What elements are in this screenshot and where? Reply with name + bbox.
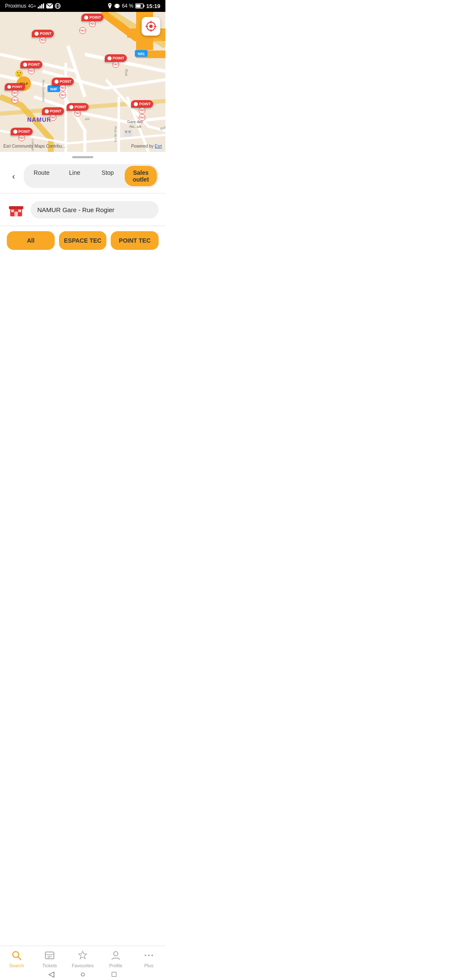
battery-label: 64 % [122, 3, 133, 9]
battery-icon [135, 3, 145, 8]
category-section: All ESPACE TEC POINT TEC [0, 226, 165, 257]
svg-rect-11 [119, 5, 120, 7]
svg-text:Rue: Rue [124, 69, 128, 76]
map-pin-1[interactable]: ⬤ POINT TEC [81, 14, 103, 27]
carrier-label: Proximus [5, 3, 26, 9]
location-input[interactable] [31, 201, 159, 218]
svg-text:Rue de Fe: Rue de Fe [114, 126, 117, 143]
svg-text:arb: arb [85, 117, 90, 121]
svg-rect-0 [38, 7, 39, 8]
mail-icon [46, 3, 53, 8]
map-attribution: Esri Community Maps Contribu... Powered … [0, 144, 165, 148]
svg-point-34 [149, 25, 153, 28]
point-tec-button[interactable]: POINT TEC [111, 231, 159, 250]
network-label: 4G+ [28, 4, 36, 8]
vibrate-icon [114, 3, 120, 9]
shop-svg [8, 201, 25, 218]
status-right: 64 % 15:19 [107, 3, 160, 9]
map-pin-10[interactable]: ⬤ POINT TEC [11, 128, 33, 141]
map-pin-6[interactable]: ⬤ POINT TEC [105, 54, 127, 68]
svg-rect-3 [43, 3, 44, 8]
globe-icon [55, 3, 61, 9]
map-pin-4[interactable]: ⬤ POINT TEC TEC [5, 83, 25, 104]
map-pin-8[interactable]: ⬤ POINT TEC [42, 107, 64, 121]
status-bar: Proximus 4G+ 64 % [0, 0, 165, 12]
map-container[interactable]: Rue Rue Pépin Rue Pépin Rue Godefroid Ru… [0, 12, 165, 152]
back-button[interactable]: ‹ [7, 169, 20, 183]
espace-tec-button[interactable]: ESPACE TEC [59, 231, 107, 250]
svg-rect-2 [41, 4, 42, 8]
face-icon: 🙂 [15, 70, 23, 78]
tab-stop[interactable]: Stop [92, 166, 124, 186]
drag-handle-container[interactable] [0, 152, 165, 161]
svg-rect-41 [14, 212, 18, 216]
svg-rect-10 [114, 5, 115, 7]
svg-text:Au...us: Au...us [129, 124, 142, 129]
my-location-button[interactable] [142, 17, 160, 36]
svg-rect-9 [115, 4, 119, 8]
filter-tabs: ‹ Route Line Stop Sales outlet [0, 161, 165, 193]
svg-text:N91: N91 [138, 52, 145, 56]
map-pin-9[interactable]: ⬤ POINT TEC TEC [131, 100, 153, 121]
time-label: 15:19 [146, 3, 160, 9]
svg-rect-13 [143, 5, 144, 7]
target-icon [145, 21, 156, 32]
shop-icon [7, 200, 25, 219]
svg-rect-1 [39, 6, 41, 8]
svg-text:Rue Godefroid: Rue Godefroid [42, 80, 45, 102]
drag-handle[interactable] [72, 156, 93, 158]
map-pin-2[interactable]: ⬤ POINT TEC [32, 30, 54, 43]
location-status-icon [107, 3, 112, 9]
all-button[interactable]: All [7, 231, 55, 250]
location-row [0, 193, 165, 226]
attribution-left: Esri Community Maps Contribu... [3, 144, 66, 148]
tab-sales-outlet[interactable]: Sales outlet [125, 166, 157, 186]
status-left: Proximus 4G+ [5, 3, 61, 9]
map-pin-3[interactable]: ⬤ POINT TEC [20, 61, 42, 74]
svg-rect-14 [136, 5, 140, 8]
attribution-right: Powered by Esri [131, 144, 162, 148]
bottom-spacer [0, 257, 165, 291]
tabs-group: Route Line Stop Sales outlet [24, 164, 159, 188]
svg-rect-43 [18, 210, 21, 212]
svg-rect-26 [128, 131, 131, 133]
svg-rect-25 [125, 131, 127, 133]
map-pin-5[interactable]: ⬤ POINT TEC TEC [52, 78, 74, 98]
svg-rect-40 [9, 206, 23, 209]
map-pin-7[interactable]: ⬤ POINT TEC [67, 103, 89, 117]
signal-icon [38, 3, 45, 8]
svg-point-8 [109, 4, 111, 6]
esri-link[interactable]: Esri [155, 144, 162, 148]
svg-rect-42 [11, 210, 14, 212]
tab-line[interactable]: Line [59, 166, 91, 186]
tab-route[interactable]: Route [25, 166, 58, 186]
